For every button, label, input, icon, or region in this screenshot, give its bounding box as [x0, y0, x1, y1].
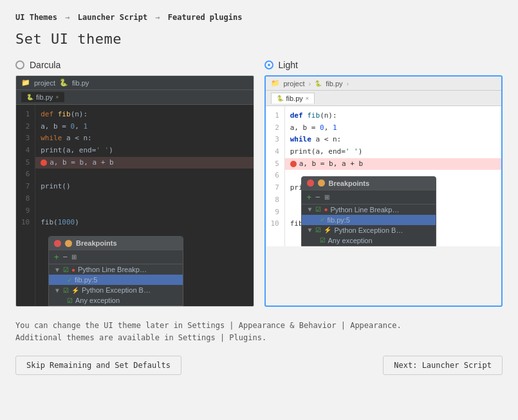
breadcrumb-sep2-light: › — [347, 80, 349, 87]
bp-expand-3-light[interactable]: ▼ — [307, 226, 313, 233]
bp-label-4-dark: Any exception — [75, 297, 120, 304]
page-title: Set UI theme — [15, 31, 503, 47]
theme-preview-darcula: 📁 project 🐍 fib.py 🐍 fib.py × 12 — [15, 75, 254, 307]
footer-line-2: Additional themes are available in Setti… — [15, 332, 503, 344]
bp-add-btn-dark[interactable]: + — [54, 252, 59, 262]
breadcrumb-item-1[interactable]: UI Themes — [15, 13, 57, 22]
bp-expand-1-light[interactable]: ▼ — [307, 206, 313, 213]
breadcrumb-item-3[interactable]: Featured plugins — [168, 13, 243, 22]
bp-icon-1-light: ● — [324, 206, 328, 213]
bp-check-3-light[interactable]: ☑ — [315, 226, 321, 233]
code-line-1-light: def fib(n): — [290, 111, 337, 120]
theme-option-darcula[interactable]: Darcula 📁 project 🐍 fib.py 🐍 fib.py × — [15, 60, 254, 307]
bp-add-btn-light[interactable]: + — [307, 192, 312, 202]
line-numbers-dark: 12345678910 — [16, 105, 35, 306]
bp-check-1-light[interactable]: ☑ — [315, 206, 321, 213]
bp-toolbar-light: + − ⊞ — [302, 190, 436, 205]
bp-header-dark: Breakpoints — [49, 237, 183, 250]
filename-breadcrumb-light: fib.py — [326, 80, 342, 87]
bp-check-2-light[interactable]: ✓ — [320, 216, 325, 223]
code-line-6-dark: print() — [41, 182, 70, 190]
bp-label-3-dark: Python Exception B… — [82, 286, 151, 294]
code-line-3-light: while a < n: — [290, 135, 341, 143]
code-line-5-dark: a, b = b, a + b — [35, 157, 253, 169]
radio-light[interactable] — [264, 60, 273, 69]
dark-active-tab[interactable]: 🐍 fib.py × — [21, 92, 64, 102]
code-line-7-dark — [41, 194, 45, 203]
bp-label-1-light: Python Line Breakp… — [330, 206, 399, 214]
bp-label-3-light: Python Exception B… — [334, 226, 403, 234]
code-line-2-light: a, b = 0, 1 — [290, 123, 337, 132]
bp-item-4-light: ☑ Any exception — [302, 235, 436, 246]
tab-close-icon-light[interactable]: × — [306, 95, 309, 102]
theme-name-darcula: Darcula — [30, 60, 60, 70]
radio-darcula[interactable] — [15, 60, 24, 69]
buttons-row: Skip Remaining and Set Defaults Next: La… — [15, 356, 503, 375]
theme-label-darcula[interactable]: Darcula — [15, 60, 254, 70]
project-label-dark: project — [34, 79, 55, 87]
code-line-7-light — [290, 196, 295, 204]
bp-expand-1-dark[interactable]: ▼ — [54, 266, 60, 273]
breadcrumb-sep-light: › — [309, 80, 311, 87]
tab-close-icon-dark[interactable]: × — [55, 94, 59, 100]
theme-option-light[interactable]: Light 📁 project › 🐍 fib.py › 🐍 fib.py — [264, 60, 503, 307]
bp-close-light[interactable] — [307, 179, 314, 187]
bp-icon-3-light: ⚡ — [324, 226, 331, 233]
light-active-tab[interactable]: 🐍 fib.py × — [271, 93, 315, 104]
breadcrumb-arrow-1: → — [65, 13, 69, 22]
dark-tab-bar: 📁 project 🐍 fib.py — [16, 76, 254, 90]
code-line-3-dark: while a < n: — [41, 134, 91, 142]
theme-name-light: Light — [279, 60, 298, 70]
breakpoints-panel-dark: Breakpoints + − ⊞ ▼ ☑ ● Python Line Brea… — [48, 236, 183, 306]
footer-text: You can change the UI theme later in Set… — [15, 320, 503, 344]
code-line-8-dark — [41, 206, 45, 215]
filename-dark: fib.py — [72, 79, 89, 87]
code-line-9-dark: fib(1000) — [41, 218, 79, 226]
bp-remove-btn-light[interactable]: − — [315, 192, 320, 202]
theme-label-light[interactable]: Light — [264, 60, 503, 70]
bp-item-3-dark: ▼ ☑ ⚡ Python Exception B… — [49, 285, 183, 295]
skip-button[interactable]: Skip Remaining and Set Defaults — [15, 356, 181, 375]
breadcrumb-item-2[interactable]: Launcher Script — [78, 13, 147, 22]
bp-item-2-light[interactable]: ✓ fib.py:5 — [302, 215, 436, 225]
bp-check-3-dark[interactable]: ☑ — [63, 287, 69, 294]
bp-check-2-dark[interactable]: ✓ — [67, 277, 72, 284]
line-numbers-light: 12345678910 — [266, 106, 285, 246]
bp-check-4-light[interactable]: ☑ — [320, 237, 326, 244]
bp-minimize-light[interactable] — [318, 179, 325, 187]
bp-title-light: Breakpoints — [329, 179, 370, 187]
breakpoints-panel-light: Breakpoints + − ⊞ ▼ ☑ ● Python Line Brea… — [301, 176, 436, 246]
bp-label-2-dark: fib.py:5 — [75, 276, 97, 284]
tab-file-icon: 🐍 — [26, 94, 33, 100]
breadcrumb: UI Themes → Launcher Script → Featured p… — [15, 13, 503, 22]
bp-close-dark[interactable] — [54, 240, 61, 247]
bp-remove-btn-dark[interactable]: − — [63, 252, 68, 262]
bp-item-2-dark[interactable]: ✓ fib.py:5 — [49, 275, 183, 285]
code-line-1-dark: def fib(n): — [41, 110, 88, 118]
bp-check-4-dark[interactable]: ☑ — [67, 297, 73, 304]
breadcrumb-arrow-2: → — [155, 13, 160, 22]
tab-file-icon-light: 🐍 — [277, 95, 284, 102]
next-button[interactable]: Next: Launcher Script — [383, 356, 503, 375]
bp-copy-btn-light[interactable]: ⊞ — [324, 194, 329, 201]
file-icon-dark: 🐍 — [59, 78, 68, 87]
dark-active-tab-bar: 🐍 fib.py × — [16, 90, 254, 105]
code-line-10-light — [290, 232, 295, 240]
main-container: UI Themes → Launcher Script → Featured p… — [0, 0, 518, 388]
light-active-tab-bar: 🐍 fib.py × — [266, 91, 502, 106]
bp-check-1-dark[interactable]: ☑ — [63, 266, 69, 273]
code-line-10-dark — [41, 230, 45, 239]
themes-row: Darcula 📁 project 🐍 fib.py 🐍 fib.py × — [15, 60, 503, 307]
bp-item-3-light: ▼ ☑ ⚡ Python Exception B… — [302, 225, 436, 235]
bp-header-light: Breakpoints — [302, 177, 436, 190]
bp-label-4-light: Any exception — [328, 237, 373, 244]
code-line-5-light: a, b = b, a + b — [285, 158, 501, 170]
bp-toolbar-dark: + − ⊞ — [49, 250, 183, 264]
project-folder-icon-light: 📁 — [271, 79, 280, 87]
bp-copy-btn-dark[interactable]: ⊞ — [71, 253, 77, 260]
light-tab-bar: 📁 project › 🐍 fib.py › — [266, 77, 502, 91]
bp-expand-3-dark[interactable]: ▼ — [54, 287, 60, 294]
code-line-4-dark: print(a, end=' ') — [41, 146, 113, 154]
bp-minimize-dark[interactable] — [65, 240, 72, 247]
bp-title-dark: Breakpoints — [76, 239, 117, 247]
